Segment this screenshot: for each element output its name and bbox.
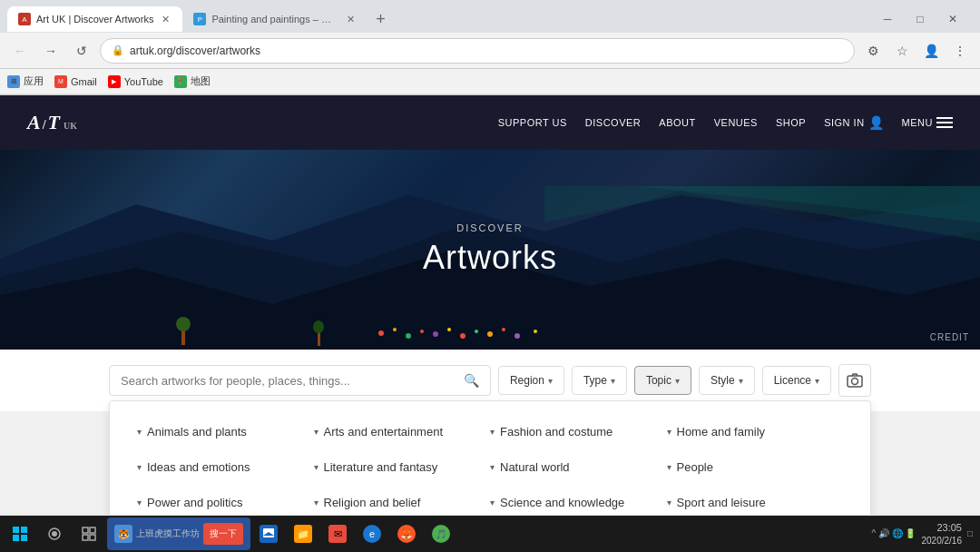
category-sport-leisure[interactable]: ▾ Sport and leisure — [667, 490, 844, 515]
clock: 23:05 2020/2/16 — [921, 521, 962, 546]
taskbar-icon-2[interactable]: 📁 — [287, 518, 319, 550]
category-ideas-emotions[interactable]: ▾ Ideas and emotions — [137, 455, 314, 479]
refresh-button[interactable]: ↺ — [69, 38, 94, 64]
start-button[interactable] — [4, 518, 36, 550]
type-filter[interactable]: Type ▾ — [572, 366, 627, 395]
chevron-icon: ▾ — [314, 498, 318, 508]
taskbar-icon-4[interactable]: e — [356, 518, 388, 550]
tab-label-1: Art UK | Discover Artworks — [36, 14, 153, 25]
nav-venues[interactable]: VENUES — [714, 117, 758, 128]
bookmark-gmail[interactable]: M Gmail — [54, 75, 97, 88]
taskbar-icon-1[interactable] — [252, 518, 285, 550]
hero-section: DISCOVER Artworks CREDIT — [0, 150, 980, 350]
chevron-icon: ▾ — [314, 427, 318, 437]
svg-rect-24 — [21, 527, 27, 533]
chevron-icon: ▾ — [490, 462, 495, 472]
chevron-icon: ▾ — [667, 462, 671, 472]
hamburger-icon — [936, 117, 953, 128]
cortana-button[interactable] — [38, 518, 71, 550]
camera-icon — [847, 372, 863, 389]
site-logo[interactable]: A/T UK — [27, 111, 77, 134]
maximize-button[interactable]: □ — [907, 6, 933, 32]
minimize-button[interactable]: ─ — [875, 6, 900, 32]
svg-rect-23 — [13, 527, 19, 533]
category-literature-fantasy[interactable]: ▾ Literature and fantasy — [314, 455, 491, 479]
back-button[interactable]: ← — [7, 38, 33, 64]
chevron-icon: ▾ — [667, 427, 671, 437]
category-animals-plants[interactable]: ▾ Animals and plants — [137, 419, 314, 444]
category-religion-belief[interactable]: ▾ Religion and belief — [314, 490, 491, 515]
show-desktop-button[interactable]: □ — [967, 528, 973, 538]
nav-about[interactable]: ABOUT — [659, 117, 695, 128]
style-filter[interactable]: Style ▾ — [699, 366, 755, 395]
search-button[interactable]: 搜一下 — [203, 523, 243, 545]
category-power-politics[interactable]: ▾ Power and politics — [137, 490, 314, 515]
image-search-button[interactable] — [838, 364, 871, 397]
taskbar-icon-6[interactable]: 🎵 — [425, 518, 457, 550]
svg-rect-30 — [90, 527, 95, 533]
account-button[interactable]: 👤 — [918, 38, 944, 64]
search-icon[interactable]: 🔍 — [464, 373, 479, 388]
search-box[interactable]: 🔍 — [109, 365, 491, 396]
person-icon: 👤 — [868, 115, 884, 130]
svg-point-16 — [502, 328, 505, 331]
tray-icons: ^ 🔊 🌐 🔋 — [871, 528, 916, 538]
forward-button[interactable]: → — [38, 38, 64, 64]
taskbar-icon-5[interactable]: 🦊 — [390, 518, 423, 550]
tab-close-1[interactable]: ✕ — [159, 13, 172, 25]
type-chevron-icon: ▾ — [611, 376, 615, 386]
task-view-button[interactable] — [73, 518, 105, 550]
system-tray: ^ 🔊 🌐 🔋 — [871, 528, 916, 538]
chevron-icon: ▾ — [137, 498, 142, 508]
sign-in-button[interactable]: SIGN IN 👤 — [824, 115, 883, 130]
bookmark-apps[interactable]: ⊞ 应用 — [7, 74, 44, 88]
category-arts-entertainment[interactable]: ▾ Arts and entertainment — [314, 419, 491, 444]
category-home-family[interactable]: ▾ Home and family — [667, 419, 844, 444]
svg-point-22 — [852, 379, 858, 385]
chevron-icon: ▾ — [137, 427, 142, 437]
svg-rect-32 — [90, 535, 95, 540]
taskbar-app-icon: 🐯 — [114, 525, 132, 543]
tab-paintings[interactable]: P Painting and paintings – Gall... ✕ — [182, 6, 368, 32]
nav-discover[interactable]: DISCOVER — [585, 117, 641, 128]
category-science-knowledge[interactable]: ▾ Science and knowledge — [490, 490, 667, 515]
category-natural-world[interactable]: ▾ Natural world — [490, 455, 667, 479]
hero-background: DISCOVER Artworks CREDIT — [0, 150, 980, 350]
svg-point-12 — [447, 328, 451, 331]
svg-rect-31 — [83, 535, 88, 540]
category-people[interactable]: ▾ People — [667, 455, 844, 479]
more-button[interactable]: ⋮ — [947, 38, 973, 64]
taskbar-app-item[interactable]: 🐯 上班虎摸工作坊 搜一下 — [107, 518, 250, 550]
nav-support-us[interactable]: SUPPORT US — [498, 117, 567, 128]
svg-point-7 — [378, 330, 384, 336]
tab-close-2[interactable]: ✕ — [344, 13, 357, 25]
svg-point-15 — [487, 331, 493, 337]
tab-artuk[interactable]: A Art UK | Discover Artworks ✕ — [7, 6, 182, 32]
url-bar[interactable]: 🔒 artuk.org/discover/artworks — [100, 38, 855, 64]
bookmark-map[interactable]: 📍 地图 — [174, 74, 211, 88]
close-window-button[interactable]: ✕ — [940, 6, 965, 32]
bookmark-button[interactable]: ☆ — [889, 38, 915, 64]
taskbar-left: 🐯 上班虎摸工作坊 搜一下 📁 ✉ e 🦊 🎵 — [0, 518, 461, 550]
gmail-icon: M — [54, 75, 67, 88]
region-chevron-icon: ▾ — [548, 376, 553, 386]
svg-point-8 — [393, 328, 397, 331]
nav-shop[interactable]: SHOP — [776, 117, 806, 128]
region-filter[interactable]: Region ▾ — [498, 366, 564, 395]
extensions-button[interactable]: ⚙ — [860, 38, 886, 64]
topic-filter[interactable]: Topic ▾ — [634, 366, 691, 395]
svg-point-14 — [475, 330, 478, 333]
search-row: 🔍 Region ▾ Type ▾ Topic ▾ Style ▾ Licenc… — [109, 364, 871, 397]
map-icon: 📍 — [174, 75, 187, 88]
new-tab-button[interactable]: + — [368, 6, 393, 32]
bookmark-youtube[interactable]: ▶ YouTube — [108, 75, 163, 88]
taskbar-icon-3[interactable]: ✉ — [321, 518, 354, 550]
svg-point-28 — [52, 531, 57, 537]
svg-rect-26 — [21, 535, 27, 541]
licence-filter[interactable]: Licence ▾ — [762, 366, 831, 395]
site-header: A/T UK SUPPORT US DISCOVER ABOUT VENUES … — [0, 95, 980, 150]
category-fashion-costume[interactable]: ▾ Fashion and costume — [490, 419, 667, 444]
svg-point-4 — [176, 317, 191, 331]
menu-button[interactable]: MENU — [902, 117, 953, 128]
search-input[interactable] — [121, 374, 456, 388]
